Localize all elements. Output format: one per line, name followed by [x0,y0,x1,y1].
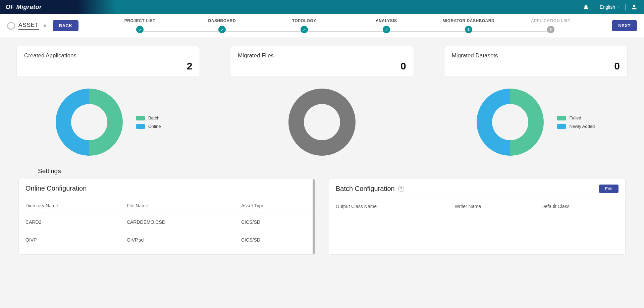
check-icon [218,26,226,33]
step-migrator-dashboard[interactable]: MIGRATOR DASHBOARD 5 [427,18,509,33]
col-writer-name: Writer Name [448,199,535,214]
help-icon[interactable]: ? [398,186,404,192]
main-content: Created Applications 2 Migrated Files 0 … [0,38,644,308]
legend-label: Failed [569,115,581,120]
cell-type: CICS/SD [234,231,315,249]
table-header-row: Output Class Name Writer Name Default Cl… [329,199,625,214]
edit-button[interactable]: Edit [599,185,619,193]
step-label: DASHBOARD [208,18,236,23]
legend-item: Batch [136,115,161,120]
cell-type: CICS/SD [234,213,315,231]
card-value: 0 [452,60,620,72]
col-output-class: Output Class Name [329,199,448,214]
step-project-list[interactable]: PROJECT LIST [99,18,181,33]
stepper: PROJECT LIST DASHBOARD TOPOLOGY ANALYSIS… [99,18,592,33]
donut-chart-icon [56,89,123,156]
step-label: APPLICATION LIST [531,18,571,23]
legend-swatch [557,124,566,129]
cell-dir: CARD2 [19,213,120,231]
legend: Batch Online [136,115,161,129]
next-button[interactable]: NEXT [612,20,637,31]
step-label: TOPOLOGY [292,18,316,23]
step-bar: ASSET BACK PROJECT LIST DASHBOARD TOPOLO… [0,14,644,38]
card-title: Migrated Files [238,52,406,59]
card-value: 2 [24,60,192,72]
table-row[interactable]: OIVP OIVP.sd CICS/SD [19,231,315,249]
step-analysis[interactable]: ANALYSIS [345,18,427,33]
check-icon [136,26,144,33]
card-value: 0 [238,60,406,72]
card-migrated-datasets: Migrated Datasets 0 [444,46,628,77]
asset-label: ASSET [18,22,39,30]
batch-configuration-card: Batch Configuration ? Edit Output Class … [329,179,626,255]
cell-dir: OIVP [19,231,120,249]
card-migrated-files: Migrated Files 0 [230,46,414,77]
legend-swatch [136,116,145,120]
check-icon [383,26,390,33]
step-number: 6 [547,26,554,33]
card-created-applications: Created Applications 2 [16,46,200,77]
language-selector[interactable]: English [600,4,621,10]
batch-config-table: Output Class Name Writer Name Default Cl… [329,199,625,254]
asset-step: ASSET [7,22,46,30]
chevron-down-icon [616,5,621,9]
col-directory-name: Directory Name [19,198,120,213]
donut-chart-icon [477,89,544,156]
legend-item: Newly Added [557,124,595,129]
app-logo: OF Migrator [6,4,42,11]
chart-created-applications: Batch Online [16,87,200,157]
divider [625,4,626,10]
chart-migrated-files [230,87,414,157]
batch-config-title: Batch Configuration [336,185,395,193]
cell-file: OIVP.sd [120,231,234,249]
user-icon[interactable] [630,3,638,11]
step-label: ANALYSIS [376,18,397,23]
language-label: English [600,4,615,10]
legend-label: Online [148,124,161,129]
table-header-row: Directory Name File Name Asset Type [19,198,315,213]
legend-swatch [136,124,145,129]
col-file-name: File Name [120,198,234,213]
divider [595,4,595,10]
topbar: OF Migrator English [0,0,644,14]
step-label: MIGRATOR DASHBOARD [443,18,495,23]
legend-label: Batch [148,115,159,120]
legend-swatch [557,116,566,120]
step-topology[interactable]: TOPOLOGY [263,18,345,33]
online-config-title: Online Configuration [25,185,87,192]
step-application-list[interactable]: APPLICATION LIST 6 [509,18,592,33]
settings-heading: Settings [38,167,628,175]
col-default-class: Default Class [535,199,625,214]
bell-icon[interactable] [582,3,590,11]
back-button[interactable]: BACK [53,20,79,31]
donut-chart-icon [288,89,356,156]
online-config-table: Directory Name File Name Asset Type CARD… [19,198,315,249]
asset-circle-icon [7,22,15,30]
asset-dot-icon [44,24,46,27]
legend-item: Failed [557,115,595,120]
step-label: PROJECT LIST [124,18,155,23]
step-dashboard[interactable]: DASHBOARD [181,18,263,33]
card-title: Created Applications [24,52,192,59]
online-configuration-card: Online Configuration Directory Name File… [18,179,315,255]
table-row-empty [329,214,625,254]
col-asset-type: Asset Type [234,198,315,213]
legend: Failed Newly Added [557,115,595,129]
legend-item: Online [136,124,161,129]
table-row[interactable]: CARD2 CARDDEMO.CSD CICS/SD [19,213,315,231]
cell-file: CARDDEMO.CSD [120,213,234,231]
check-icon [301,26,308,33]
step-number: 5 [465,26,472,33]
legend-label: Newly Added [569,124,595,129]
card-title: Migrated Datasets [452,52,620,59]
chart-migrated-datasets: Failed Newly Added [444,87,628,157]
